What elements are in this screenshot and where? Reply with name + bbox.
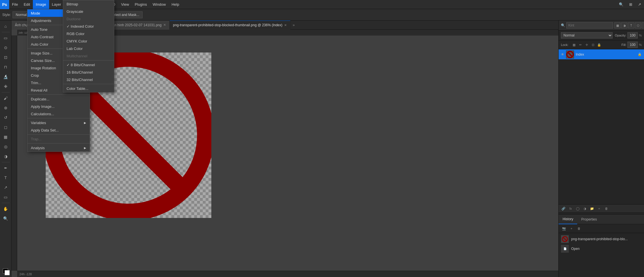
status-zoom: 24h -128 — [19, 272, 32, 276]
crop-tool[interactable]: ⊓ — [1, 62, 10, 72]
menu-help[interactable]: Help — [169, 0, 182, 9]
brush-tool[interactable]: 🖌 — [1, 94, 10, 103]
menu-image[interactable]: Image — [33, 0, 49, 9]
lock-move-btn[interactable]: ✛ — [584, 42, 589, 48]
mode-rgb[interactable]: RGB Color — [63, 30, 114, 37]
analysis-arrow-icon: ▶ — [84, 146, 86, 149]
fill-input[interactable] — [627, 42, 638, 48]
gradient-tool[interactable]: ▦ — [1, 132, 10, 141]
tabs-overflow-button[interactable]: » — [290, 23, 297, 27]
clone-tool[interactable]: ⊛ — [1, 103, 10, 112]
layer-link-icon[interactable]: 🔗 — [560, 205, 567, 212]
layer-new-icon[interactable]: + — [596, 205, 602, 212]
mode-cmyk[interactable]: CMYK Color — [63, 37, 114, 45]
layer-fx-icon[interactable]: fx — [567, 205, 574, 212]
mode-bitmap[interactable]: Bitmap — [63, 0, 114, 8]
menu-separator-6 — [27, 143, 90, 143]
opacity-input[interactable] — [627, 32, 638, 39]
menu-analysis[interactable]: Analysis ▶ — [27, 144, 90, 151]
history-tab-properties[interactable]: Properties — [577, 215, 601, 224]
layer-group-icon[interactable]: 📁 — [589, 205, 595, 212]
filter-adjust-icon[interactable]: ◑ — [621, 22, 627, 29]
lock-text: Lock: — [561, 43, 568, 46]
eyedropper-tool[interactable]: 🔬 — [1, 72, 10, 81]
layer-visibility-icon[interactable]: 👁 — [561, 52, 564, 56]
menu-calculations[interactable]: Calculations... — [27, 110, 90, 118]
marquee-tool[interactable]: ▭ — [1, 33, 10, 43]
filter-type-icon[interactable]: T — [628, 22, 634, 29]
lock-all-btn[interactable]: 🔒 — [596, 42, 602, 48]
shape-tool[interactable]: ▭ — [1, 193, 10, 202]
history-brush-tool[interactable]: ↺ — [1, 113, 10, 122]
tab-2-close[interactable]: ✕ — [163, 23, 166, 27]
foreground-color[interactable] — [1, 267, 10, 276]
mode-8bit[interactable]: ✓ 8 Bits/Channel — [63, 61, 114, 68]
mode-32bit[interactable]: 32 Bits/Channel — [63, 76, 114, 83]
tab-3[interactable]: png-transparent-prohibited-stop-blocked-… — [170, 21, 290, 30]
search-icon[interactable]: 🔍 — [616, 0, 626, 9]
lock-pixel-btn[interactable]: ▩ — [571, 42, 577, 48]
menu-duplicate[interactable]: Duplicate... — [27, 95, 90, 103]
history-create-icon[interactable]: + — [568, 225, 575, 232]
menu-variables[interactable]: Variables ▶ — [27, 119, 90, 126]
menu-edit[interactable]: Edit — [21, 0, 33, 9]
layers-search-input[interactable] — [566, 22, 613, 29]
menu-file[interactable]: File — [9, 0, 21, 9]
spot-heal-tool[interactable]: ✙ — [1, 82, 10, 91]
lock-draw-btn[interactable]: ✏ — [577, 42, 583, 48]
lock-artboard-btn[interactable]: ⊡ — [590, 42, 596, 48]
menu-window[interactable]: Window — [150, 0, 168, 9]
menu-view[interactable]: View — [118, 0, 132, 9]
mode-grayscale[interactable]: Grayscale — [63, 8, 114, 15]
history-item-1[interactable]: 📄 Open — [559, 244, 644, 254]
object-select-tool[interactable]: ⊡ — [1, 53, 10, 62]
mode-color-table[interactable]: Color Table... — [63, 85, 114, 92]
menu-apply-image[interactable]: Apply Image... — [27, 103, 90, 110]
fill-label: Fill: — [621, 43, 626, 46]
tab-3-close[interactable]: ✕ — [284, 23, 287, 27]
path-select-tool[interactable]: ↗ — [1, 183, 10, 192]
blur-tool[interactable]: ◎ — [1, 142, 10, 151]
menu-apply-data-set[interactable]: Apply Data Set... — [27, 126, 90, 134]
layer-adjustment-icon[interactable]: ◑ — [582, 205, 588, 212]
history-tab-history[interactable]: History — [559, 215, 577, 224]
history-list: png-transparent-prohibited-stop-blo... 📄… — [559, 233, 644, 255]
text-tool[interactable]: T — [1, 173, 10, 182]
filter-pixel-icon[interactable]: ▩ — [614, 22, 621, 29]
mode-indexed-color[interactable]: ✓ Indexed Color — [63, 23, 114, 30]
mode-multichannel: Multichannel — [63, 52, 114, 60]
svg-line-10 — [568, 52, 572, 57]
style-label: Style: — [2, 13, 11, 17]
arrange-icon[interactable]: ⊞ — [626, 0, 635, 9]
history-action-1: Open — [571, 247, 579, 251]
zoom-tool[interactable]: 🔍 — [1, 214, 10, 223]
history-item-0[interactable]: png-transparent-prohibited-stop-blo... — [559, 234, 644, 244]
share-icon[interactable]: ↗ — [635, 0, 644, 9]
history-delete-icon[interactable]: 🗑 — [576, 225, 582, 232]
menu-layer[interactable]: Layer — [49, 0, 64, 9]
mode-16bit[interactable]: 16 Bits/Channel — [63, 68, 114, 76]
menu-trap: Trap... — [27, 135, 90, 143]
filter-shape-icon[interactable]: ⬡ — [635, 22, 641, 29]
history-snapshot-icon[interactable]: 📷 — [561, 225, 567, 232]
filter-smart-icon[interactable]: ★ — [642, 22, 644, 29]
layer-item-index[interactable]: 👁 Index 🔒 — [559, 49, 644, 60]
tool-separator-3 — [2, 162, 10, 162]
hand-tool[interactable]: ✋ — [1, 204, 10, 213]
opacity-group: Opacity: % — [615, 32, 642, 39]
lasso-tool[interactable]: ⊙ — [1, 43, 10, 52]
dodge-tool[interactable]: ◑ — [1, 152, 10, 161]
eraser-tool[interactable]: ◻ — [1, 123, 10, 132]
home-tool[interactable]: ⌂ — [1, 22, 10, 31]
layer-delete-icon[interactable]: 🗑 — [603, 205, 609, 212]
history-panel-tabs: History Properties — [559, 215, 644, 224]
mode-lab[interactable]: Lab Color — [63, 45, 114, 52]
fill-group: Fill: % — [621, 42, 642, 48]
pen-tool[interactable]: ✒ — [1, 163, 10, 173]
blend-mode-select[interactable]: Normal — [561, 32, 613, 39]
history-thumb-0 — [561, 235, 569, 243]
menu-plugins[interactable]: Plugins — [132, 0, 150, 9]
status-bar: 24h -128 — [17, 271, 558, 277]
layer-filter-icons: ▩ ◑ T ⬡ ★ — [614, 22, 644, 29]
layer-mask-icon[interactable]: ◯ — [575, 205, 581, 212]
